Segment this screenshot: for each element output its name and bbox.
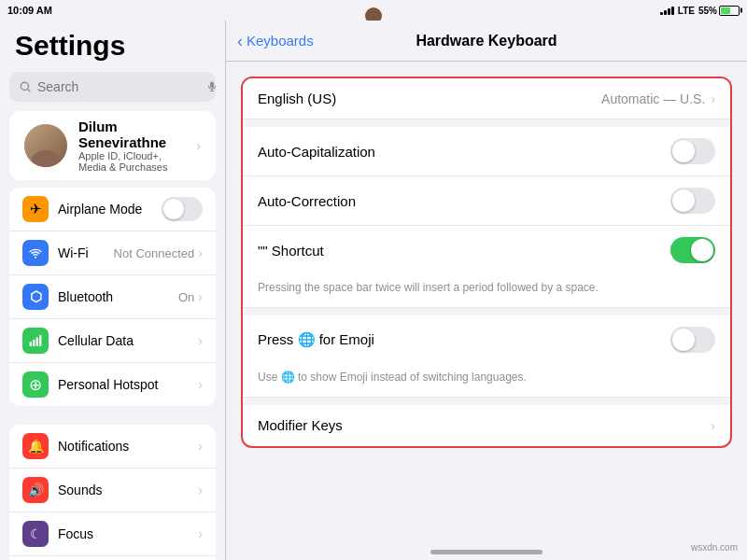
avatar bbox=[24, 124, 67, 167]
user-info: Dilum Senevirathne Apple ID, iCloud+, Me… bbox=[78, 119, 185, 173]
user-profile[interactable]: Dilum Senevirathne Apple ID, iCloud+, Me… bbox=[9, 111, 216, 180]
bluetooth-icon: ⬡ bbox=[22, 284, 49, 310]
connectivity-list: ✈ Airplane Mode Wi-Fi Not Connected › ⬡ … bbox=[9, 188, 216, 406]
shortcut-section: "" Shortcut Pressing the space bar twice… bbox=[243, 226, 730, 308]
language-label: English (US) bbox=[258, 91, 601, 106]
airplane-icon: ✈ bbox=[22, 196, 49, 222]
bluetooth-chevron: › bbox=[198, 289, 203, 304]
wifi-value: Not Connected bbox=[114, 246, 195, 260]
modifier-keys-label: Modifier Keys bbox=[258, 417, 711, 433]
emoji-label: Press 🌐 for Emoji bbox=[258, 331, 670, 348]
hardware-keyboard-settings: English (US) Automatic — U.S. › Auto-Cap… bbox=[241, 77, 732, 448]
modifier-keys-row[interactable]: Modifier Keys › bbox=[243, 405, 730, 446]
svg-rect-5 bbox=[39, 335, 41, 346]
airplane-toggle[interactable] bbox=[162, 197, 203, 221]
sidebar-item-notifications[interactable]: 🔔 Notifications › bbox=[9, 425, 216, 469]
language-row[interactable]: English (US) Automatic — U.S. › bbox=[243, 78, 730, 119]
scroll-indicator bbox=[430, 550, 543, 554]
sidebar-item-airplane[interactable]: ✈ Airplane Mode bbox=[9, 188, 216, 231]
search-icon bbox=[19, 80, 32, 93]
auto-cap-toggle[interactable] bbox=[670, 138, 715, 164]
user-name: Dilum Senevirathne bbox=[78, 119, 185, 150]
right-panel: ‹ Keyboards Hardware Keyboard English (U… bbox=[226, 21, 747, 560]
user-subtitle: Apple ID, iCloud+, Media & Purchases bbox=[78, 150, 185, 173]
emoji-toggle[interactable] bbox=[670, 327, 715, 353]
app-container: Settings Dilum Senevirathne Apple ID, bbox=[0, 21, 747, 560]
wifi-chevron: › bbox=[198, 245, 203, 260]
sidebar-header: Settings bbox=[0, 21, 225, 66]
user-chevron: › bbox=[196, 138, 201, 153]
cellular-label: Cellular Data bbox=[58, 333, 198, 348]
sidebar-title: Settings bbox=[15, 30, 210, 61]
emoji-row[interactable]: Press 🌐 for Emoji bbox=[243, 315, 730, 364]
focus-label: Focus bbox=[58, 526, 198, 541]
focus-icon: ☾ bbox=[22, 521, 49, 547]
section-divider bbox=[243, 119, 730, 127]
svg-rect-3 bbox=[33, 340, 35, 346]
nav-back-button[interactable]: ‹ Keyboards bbox=[237, 33, 314, 49]
auto-cap-row[interactable]: Auto-Capitalization bbox=[243, 127, 730, 176]
shortcut-hint: Pressing the space bar twice will insert… bbox=[243, 274, 730, 307]
shortcut-row[interactable]: "" Shortcut bbox=[243, 226, 730, 274]
nav-back-label: Keyboards bbox=[247, 33, 314, 49]
section-divider-3 bbox=[243, 398, 730, 405]
language-value: Automatic — U.S. bbox=[601, 91, 705, 106]
airplane-label: Airplane Mode bbox=[58, 202, 162, 217]
wifi-label: Wi-Fi bbox=[58, 245, 114, 260]
sidebar-item-wifi[interactable]: Wi-Fi Not Connected › bbox=[9, 231, 216, 275]
sidebar-item-screentime[interactable]: ⏱ Screen Time › bbox=[9, 556, 216, 560]
notifications-chevron: › bbox=[198, 439, 203, 454]
sidebar-item-cellular[interactable]: Cellular Data › bbox=[9, 319, 216, 363]
svg-rect-2 bbox=[30, 342, 32, 346]
cellular-chevron: › bbox=[198, 333, 203, 348]
svg-line-1 bbox=[28, 90, 31, 92]
notifications-group: 🔔 Notifications › 🔊 Sounds › ☾ Focus › ⏱… bbox=[9, 425, 216, 560]
search-bar[interactable] bbox=[9, 72, 216, 102]
svg-rect-4 bbox=[36, 338, 38, 346]
hotspot-chevron: › bbox=[198, 377, 203, 392]
battery-percent: 55% bbox=[698, 6, 717, 16]
bluetooth-label: Bluetooth bbox=[58, 289, 178, 304]
auto-correct-toggle[interactable] bbox=[670, 188, 715, 214]
svg-point-0 bbox=[21, 82, 28, 90]
mic-icon bbox=[206, 80, 218, 93]
content-area: English (US) Automatic — U.S. › Auto-Cap… bbox=[226, 62, 747, 545]
section-divider-2 bbox=[243, 308, 730, 315]
sidebar-item-bluetooth[interactable]: ⬡ Bluetooth On › bbox=[9, 275, 216, 319]
language-chevron: › bbox=[711, 91, 715, 106]
focus-chevron: › bbox=[198, 526, 203, 541]
notifications-list: 🔔 Notifications › 🔊 Sounds › ☾ Focus › ⏱… bbox=[9, 425, 216, 560]
bluetooth-value: On bbox=[178, 290, 194, 304]
hotspot-icon: ⊕ bbox=[22, 371, 49, 398]
signal-icon bbox=[660, 6, 674, 15]
shortcut-toggle[interactable] bbox=[670, 237, 715, 263]
status-indicators: LTE 55% bbox=[660, 6, 740, 16]
auto-cap-label: Auto-Capitalization bbox=[258, 144, 670, 160]
sounds-icon: 🔊 bbox=[22, 477, 49, 503]
sounds-label: Sounds bbox=[58, 483, 198, 497]
modifier-keys-chevron: › bbox=[711, 418, 715, 433]
notifications-icon: 🔔 bbox=[22, 433, 49, 459]
emoji-hint: Use 🌐 to show Emoji instead of switching… bbox=[243, 364, 730, 397]
auto-correct-row[interactable]: Auto-Correction bbox=[243, 176, 730, 226]
nav-bar: ‹ Keyboards Hardware Keyboard bbox=[226, 21, 747, 62]
sounds-chevron: › bbox=[198, 483, 203, 497]
emoji-section: Press 🌐 for Emoji Use 🌐 to show Emoji in… bbox=[243, 315, 730, 398]
nav-title: Hardware Keyboard bbox=[416, 33, 557, 49]
auto-correct-label: Auto-Correction bbox=[258, 193, 670, 209]
status-time: 10:09 AM bbox=[7, 5, 52, 16]
notifications-label: Notifications bbox=[58, 439, 198, 454]
battery-icon: 55% bbox=[698, 6, 740, 16]
sidebar-item-focus[interactable]: ☾ Focus › bbox=[9, 512, 216, 556]
sidebar-item-sounds[interactable]: 🔊 Sounds › bbox=[9, 469, 216, 512]
back-chevron-icon: ‹ bbox=[237, 33, 243, 49]
search-input[interactable] bbox=[37, 79, 201, 94]
watermark: wsxdn.com bbox=[691, 542, 738, 553]
hotspot-label: Personal Hotspot bbox=[58, 377, 198, 392]
scroll-bar-area bbox=[226, 545, 747, 560]
cellular-icon bbox=[22, 328, 49, 354]
lte-badge: LTE bbox=[678, 6, 695, 16]
sidebar-item-hotspot[interactable]: ⊕ Personal Hotspot › bbox=[9, 363, 216, 406]
shortcut-label: "" Shortcut bbox=[258, 243, 670, 259]
sidebar: Settings Dilum Senevirathne Apple ID, bbox=[0, 21, 226, 560]
